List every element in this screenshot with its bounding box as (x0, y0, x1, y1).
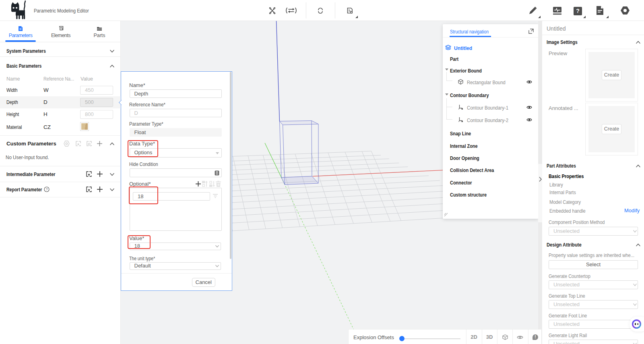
svg-text:?: ? (46, 187, 48, 191)
